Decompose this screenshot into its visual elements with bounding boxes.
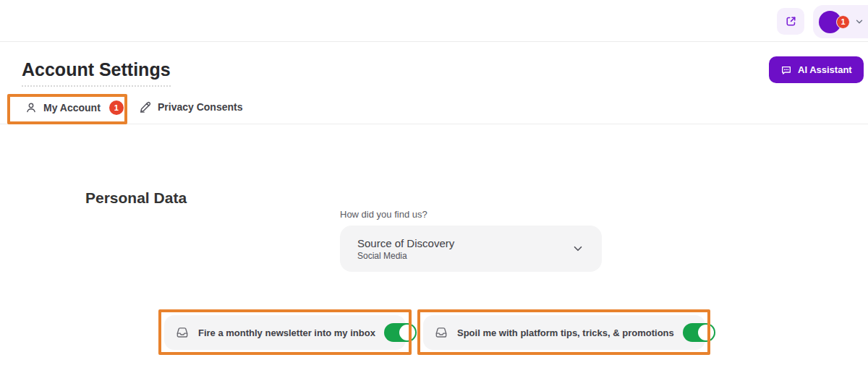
question-label: How did you find us? (340, 209, 427, 220)
notification-badge: 1 (836, 15, 850, 29)
section-title-personal-data: Personal Data (85, 189, 187, 207)
top-header-bar (0, 0, 868, 42)
page-title: Account Settings (22, 59, 171, 87)
pencil-icon (139, 100, 152, 113)
toggle-knob (399, 325, 415, 340)
ai-assistant-label: AI Assistant (798, 64, 852, 75)
inbox-icon (175, 325, 190, 340)
external-link-button[interactable] (777, 8, 804, 35)
external-link-icon (785, 15, 797, 27)
select-value: Social Media (357, 251, 454, 261)
tab-badge: 1 (109, 100, 124, 115)
newsletter-toggle[interactable] (384, 323, 417, 342)
chevron-down-icon (571, 242, 584, 255)
toggle-label: Spoil me with platform tips, tricks, & p… (457, 327, 674, 338)
newsletter-toggle-row: Fire a monthly newsletter into my inbox (164, 315, 406, 350)
account-settings-page: 1 Account Settings AI Assistant My Accou… (0, 0, 868, 373)
select-label: Source of Discovery (357, 237, 454, 249)
ai-assistant-button[interactable]: AI Assistant (769, 56, 864, 83)
inbox-icon (434, 325, 448, 340)
user-menu[interactable]: 1 (813, 5, 868, 38)
promotions-toggle[interactable] (683, 323, 715, 342)
tab-label: My Account (43, 102, 101, 113)
toggle-label: Fire a monthly newsletter into my inbox (198, 327, 375, 338)
tab-my-account[interactable]: My Account 1 (25, 100, 124, 115)
toggle-knob (698, 325, 714, 340)
promotions-toggle-row: Spoil me with platform tips, tricks, & p… (423, 315, 705, 350)
chevron-down-icon (854, 17, 864, 27)
tab-privacy-consents[interactable]: Privacy Consents (139, 100, 243, 113)
avatar: 1 (819, 11, 841, 33)
person-icon (25, 101, 38, 114)
chat-bubble-icon (780, 64, 792, 76)
tab-bar (0, 99, 868, 124)
tab-label: Privacy Consents (158, 101, 243, 113)
source-of-discovery-select[interactable]: Source of Discovery Social Media (340, 226, 602, 272)
